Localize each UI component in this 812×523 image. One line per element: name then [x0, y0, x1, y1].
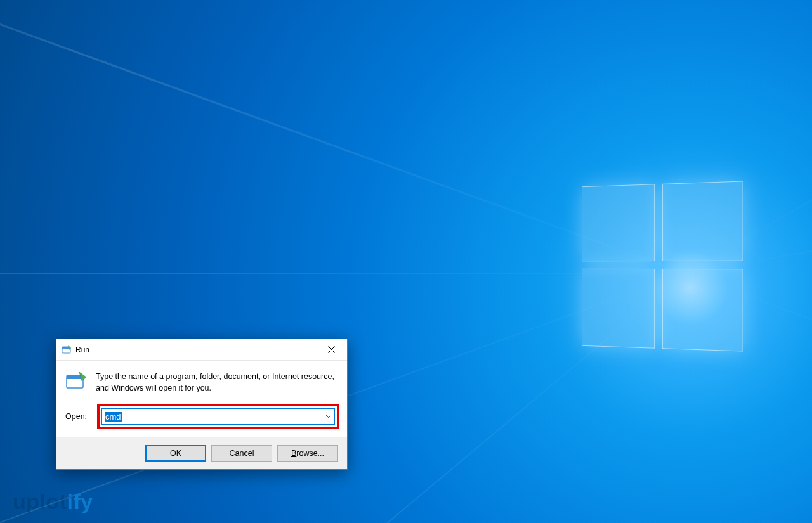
- browse-button[interactable]: Browse...: [277, 445, 338, 462]
- light-ray: [685, 0, 813, 274]
- titlebar[interactable]: Run: [56, 339, 347, 361]
- annotation-highlight: cmd: [97, 404, 339, 429]
- windows-logo-icon: [582, 181, 743, 351]
- cancel-button[interactable]: Cancel: [211, 445, 272, 462]
- open-input-value: cmd: [105, 412, 122, 422]
- light-ray: [685, 273, 812, 523]
- close-icon: [328, 346, 335, 353]
- open-input[interactable]: cmd: [102, 409, 322, 424]
- light-ray: [685, 53, 812, 274]
- run-dialog-icon: [65, 371, 87, 392]
- close-button[interactable]: [317, 340, 346, 360]
- button-row: OK Cancel Browse...: [56, 437, 347, 469]
- open-combobox[interactable]: cmd: [102, 408, 335, 425]
- run-title-icon: [62, 345, 72, 355]
- run-dialog: Run Type the name of a program, folder, …: [56, 339, 348, 470]
- light-ray: [0, 273, 685, 274]
- open-label: Open:: [64, 412, 91, 421]
- dialog-description: Type the name of a program, folder, docu…: [96, 371, 338, 394]
- watermark: uplotify: [13, 489, 93, 514]
- light-ray: [0, 0, 686, 274]
- ok-button[interactable]: OK: [145, 445, 206, 462]
- dialog-title: Run: [75, 345, 89, 354]
- windows-desktop: Run Type the name of a program, folder, …: [0, 0, 812, 523]
- dropdown-arrow-icon[interactable]: [322, 409, 334, 424]
